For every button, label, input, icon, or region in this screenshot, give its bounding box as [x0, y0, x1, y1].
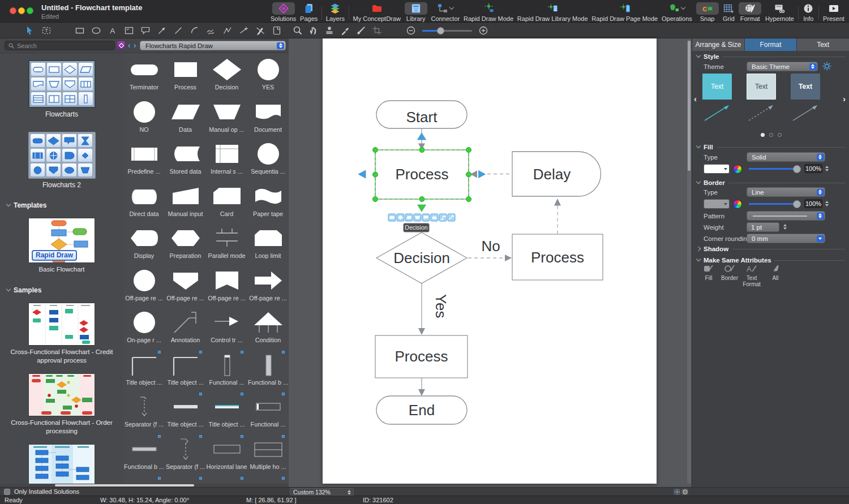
- stencil-shape[interactable]: [247, 476, 289, 484]
- stencil-loop-limit[interactable]: Loop limit: [247, 223, 289, 265]
- library-group-cell[interactable]: [30, 148, 45, 162]
- section-header-samples[interactable]: Samples: [7, 286, 123, 294]
- theme-dropdown[interactable]: Basic Theme: [747, 62, 818, 71]
- style-page-dots[interactable]: [692, 129, 849, 139]
- section-header-templates[interactable]: Templates: [7, 201, 123, 209]
- node-process-bottom[interactable]: Process: [375, 335, 468, 378]
- library-group-cell[interactable]: [31, 62, 46, 76]
- stencil-title-object[interactable]: Title object ...: [165, 350, 206, 392]
- library-group-cell[interactable]: [46, 77, 62, 91]
- toolbar-item-grid[interactable]: Grid: [722, 2, 735, 22]
- stencil-title-object[interactable]: Title object ...: [206, 392, 247, 434]
- line-style-preview-3[interactable]: [791, 102, 820, 126]
- stencil-sequentia[interactable]: Sequentia ...: [247, 139, 289, 181]
- style-preview-1[interactable]: Text: [702, 74, 732, 100]
- toolbar-item-snap[interactable]: cSnap: [696, 2, 719, 22]
- zoom-in-icon[interactable]: [478, 25, 489, 36]
- toolbar-item-layers[interactable]: Layers: [326, 2, 345, 22]
- zoom-tool-icon[interactable]: [292, 25, 303, 36]
- rapid-draw-right-arrow[interactable]: [479, 171, 486, 178]
- thumbnail-sample2[interactable]: [29, 374, 95, 416]
- close-button[interactable]: [10, 7, 16, 14]
- toolbar-item-format[interactable]: Format: [739, 2, 761, 22]
- border-opacity-slider[interactable]: [749, 203, 801, 205]
- border-section-header[interactable]: Border: [697, 179, 845, 186]
- library-group-cell[interactable]: [78, 77, 93, 91]
- stencil-off-page-re[interactable]: Off-page re ...: [165, 266, 206, 308]
- stencil-terminator[interactable]: Terminator: [123, 55, 165, 97]
- stamp-tool-icon[interactable]: [324, 25, 335, 36]
- edge-label-yes[interactable]: Yes: [432, 294, 449, 318]
- curve-tool-icon[interactable]: [205, 25, 217, 36]
- library-group-cell[interactable]: [31, 92, 46, 106]
- library-forward-button[interactable]: ›: [134, 40, 136, 50]
- solutions-panel-icon[interactable]: [117, 41, 125, 49]
- thumbnail-sample3[interactable]: [29, 445, 95, 484]
- zoom-slider-knob[interactable]: [437, 27, 444, 35]
- stencil-separator-f[interactable]: Separator (f ...: [165, 434, 206, 476]
- toolbar-item-library[interactable]: Library: [405, 2, 427, 22]
- tab-text[interactable]: Text: [797, 38, 849, 51]
- stencil-direct-data[interactable]: Direct data: [123, 182, 165, 223]
- brush-tool-icon[interactable]: [355, 25, 367, 36]
- toolbar-item-rapid-draw-mode[interactable]: Rapid Draw Mode: [464, 2, 513, 22]
- fill-opacity-slider[interactable]: [749, 168, 801, 170]
- library-back-button[interactable]: ‹: [128, 40, 131, 50]
- tab-format[interactable]: Format: [745, 38, 797, 51]
- library-group-flowcharts[interactable]: [28, 60, 96, 108]
- add-anchor-tool-icon[interactable]: [238, 25, 250, 36]
- style-prev-chevron[interactable]: ‹: [694, 94, 697, 104]
- flip-page-tool-icon[interactable]: [271, 25, 282, 36]
- arc-tool-icon[interactable]: [189, 25, 200, 36]
- library-group-cell[interactable]: [62, 77, 78, 91]
- only-installed-checkbox[interactable]: [4, 489, 10, 495]
- stencil-title-object[interactable]: Title object ...: [165, 392, 206, 434]
- polyline-tool-icon[interactable]: [222, 25, 233, 36]
- node-decision[interactable]: Decision: [376, 232, 467, 283]
- make-same-section-header[interactable]: Make Same Attributes: [697, 257, 845, 264]
- line-style-preview-1[interactable]: [702, 102, 732, 126]
- stencil-title-object[interactable]: Title object ...: [123, 350, 165, 392]
- toolbar-item-hypernote[interactable]: Hypernote: [765, 2, 794, 22]
- library-group-cell[interactable]: [62, 92, 78, 106]
- library-group-cell[interactable]: [78, 62, 93, 76]
- stencil-display[interactable]: Display: [123, 223, 165, 265]
- canvas-area[interactable]: Start Delay Process: [289, 38, 692, 487]
- fill-color-swatch[interactable]: [704, 164, 730, 174]
- library-collection-dropdown[interactable]: Flowcharts Rapid Draw: [140, 41, 286, 50]
- edge-label-no[interactable]: No: [481, 238, 500, 255]
- library-group-cell[interactable]: [31, 77, 46, 91]
- stencil-off-page-re[interactable]: Off-page re ...: [206, 266, 247, 308]
- toolbar-item-solutions[interactable]: Solutions: [271, 2, 296, 22]
- stencil-functional[interactable]: Functional ...: [247, 392, 289, 434]
- stencil-paper-tape[interactable]: Paper tape: [247, 182, 289, 223]
- stencil-off-page-re[interactable]: Off-page re ...: [247, 266, 289, 308]
- stencil-functional[interactable]: Functional ...: [206, 350, 247, 392]
- stencil-functional-b[interactable]: Functional b ...: [247, 350, 289, 392]
- border-opacity-stepper[interactable]: [824, 199, 830, 208]
- rapid-draw-toggle-icon[interactable]: [674, 489, 680, 495]
- library-group-cell[interactable]: [78, 133, 93, 148]
- stencil-condition[interactable]: Condition: [247, 308, 289, 350]
- stencil-shape[interactable]: [165, 476, 206, 484]
- stencil-off-page-re[interactable]: Off-page re ...: [123, 266, 165, 308]
- node-start[interactable]: Start: [376, 101, 467, 128]
- stencil-manual-input[interactable]: Manual input: [165, 182, 206, 223]
- make-same-text-format-button[interactable]: AText Format: [741, 264, 762, 287]
- minimize-button[interactable]: [18, 7, 25, 14]
- stencil-on-page-r[interactable]: On-page r ...: [123, 308, 165, 350]
- node-delay[interactable]: Delay: [512, 152, 601, 196]
- border-pattern-dropdown[interactable]: [747, 211, 825, 221]
- library-group-cell[interactable]: [46, 163, 61, 177]
- library-group-flowcharts-2[interactable]: [28, 132, 96, 179]
- stencil-decision[interactable]: Decision: [206, 55, 247, 97]
- rapid-draw-down-arrow[interactable]: [418, 205, 426, 212]
- corner-rounding-dropdown[interactable]: 0 mm: [747, 234, 825, 243]
- eyedropper-tool-icon[interactable]: [340, 25, 351, 36]
- border-color-wheel-icon[interactable]: [733, 200, 742, 209]
- node-process-selected[interactable]: Process: [375, 150, 469, 199]
- shadow-section-header[interactable]: Shadow: [697, 245, 845, 252]
- zoom-out-icon[interactable]: [405, 25, 417, 36]
- style-section-header[interactable]: Style: [697, 53, 845, 60]
- fill-section-header[interactable]: Fill: [697, 144, 845, 150]
